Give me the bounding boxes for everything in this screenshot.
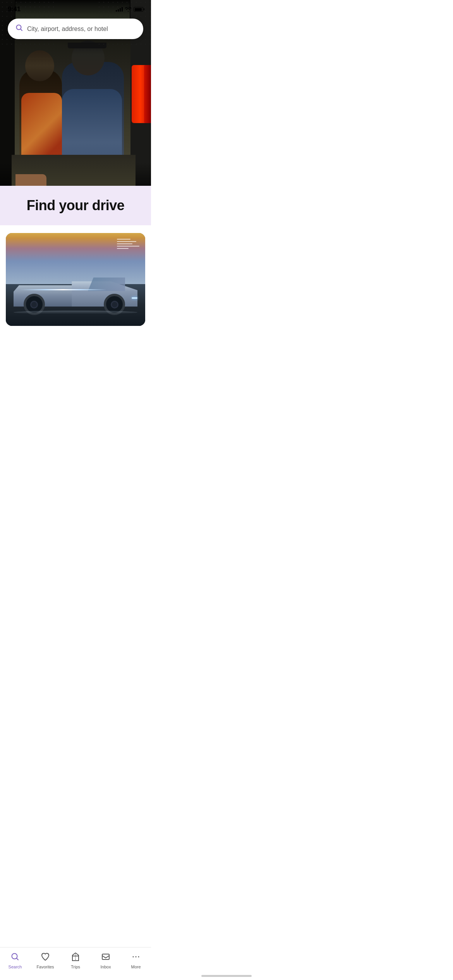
cybertruck-image xyxy=(6,233,145,326)
signal-icon xyxy=(116,7,123,12)
search-bar[interactable]: City, airport, address, or hotel xyxy=(8,19,143,39)
speed-line xyxy=(117,246,139,247)
search-bar-container[interactable]: City, airport, address, or hotel xyxy=(8,19,143,39)
find-drive-title: Find your drive xyxy=(8,197,143,214)
status-bar: 9:41 xyxy=(0,0,151,16)
status-icons xyxy=(116,7,143,12)
wifi-icon xyxy=(125,7,131,12)
search-placeholder: City, airport, address, or hotel xyxy=(27,26,108,33)
speed-line xyxy=(117,243,132,244)
car-card-section xyxy=(0,225,151,334)
ct-body xyxy=(14,272,137,318)
battery-icon xyxy=(134,7,143,12)
speed-line xyxy=(117,241,136,242)
speed-line xyxy=(117,239,130,240)
search-icon xyxy=(15,24,23,34)
status-time: 9:41 xyxy=(8,5,21,13)
speed-lines xyxy=(117,239,139,249)
find-drive-section: Find your drive xyxy=(0,186,151,225)
car-card[interactable] xyxy=(6,233,145,326)
hero-section: City, airport, address, or hotel xyxy=(0,0,151,225)
speed-line xyxy=(117,248,129,249)
ct-light-strip xyxy=(20,289,106,290)
main-content: City, airport, address, or hotel xyxy=(0,0,151,368)
